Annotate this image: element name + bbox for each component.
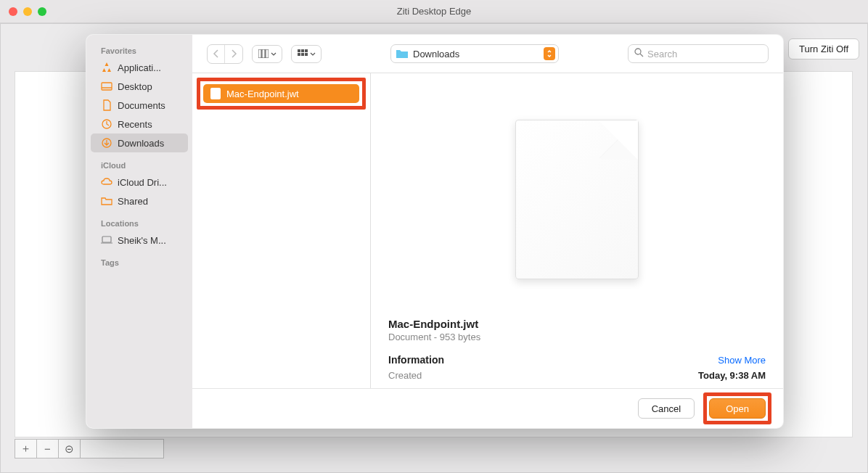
preview-file-name: Mac-Endpoint.jwt bbox=[388, 318, 766, 330]
file-icon bbox=[210, 88, 221, 99]
path-dropdown[interactable]: Downloads bbox=[390, 44, 559, 63]
locations-header: Locations bbox=[91, 215, 188, 231]
group-mode-button[interactable] bbox=[291, 45, 322, 63]
preview-panel: Mac-Endpoint.jwt Document - 953 bytes In… bbox=[371, 73, 783, 388]
dropdown-stepper-icon bbox=[544, 47, 555, 60]
sidebar-label: Sheik's M... bbox=[118, 235, 166, 246]
toolbar: Downloads bbox=[192, 35, 783, 73]
sidebar-locations: Locations Sheik's M... bbox=[86, 215, 192, 250]
desktop-icon bbox=[101, 81, 112, 92]
applications-icon bbox=[101, 62, 112, 73]
annotation-highlight-open: Open bbox=[703, 392, 771, 424]
svg-rect-6 bbox=[258, 49, 261, 58]
sidebar-label: Desktop bbox=[118, 81, 152, 92]
favorites-header: Favorites bbox=[91, 42, 188, 58]
file-open-dialog: Favorites Applicati... Desktop Documents bbox=[86, 34, 784, 429]
dialog-main: Downloads Mac-Endpoint.jwt bbox=[192, 35, 783, 428]
nav-arrows bbox=[207, 44, 243, 64]
sidebar-item-desktop[interactable]: Desktop bbox=[91, 77, 188, 96]
created-label: Created bbox=[388, 370, 422, 381]
svg-rect-9 bbox=[298, 49, 300, 52]
options-button[interactable]: ⊝ bbox=[59, 440, 81, 458]
turn-ziti-off-button[interactable]: Turn Ziti Off bbox=[788, 38, 859, 59]
path-label: Downloads bbox=[413, 49, 539, 59]
dialog-footer: Cancel Open bbox=[192, 388, 783, 428]
sidebar-tags: Tags bbox=[86, 254, 192, 270]
cloud-icon bbox=[101, 176, 112, 188]
file-columns: Mac-Endpoint.jwt Mac-Endpoint.jwt Docume… bbox=[192, 73, 783, 388]
info-row-created: Created Today, 9:38 AM bbox=[388, 370, 766, 388]
clock-icon bbox=[101, 118, 112, 130]
window-title: Ziti Desktop Edge bbox=[0, 6, 868, 17]
preview-icon-wrap bbox=[388, 88, 766, 310]
sidebar-label: Applicati... bbox=[118, 62, 161, 73]
svg-rect-11 bbox=[305, 49, 308, 52]
maximize-window-button[interactable] bbox=[38, 7, 46, 16]
sidebar-item-recents[interactable]: Recents bbox=[91, 115, 188, 133]
file-name-label: Mac-Endpoint.jwt bbox=[226, 89, 299, 99]
view-mode-button[interactable] bbox=[252, 45, 282, 63]
sidebar-label: Recents bbox=[118, 119, 152, 130]
sidebar-item-shared[interactable]: Shared bbox=[91, 192, 188, 210]
document-icon bbox=[101, 99, 112, 111]
info-title: Information bbox=[388, 354, 444, 366]
chevron-down-icon bbox=[310, 52, 316, 56]
file-item[interactable]: Mac-Endpoint.jwt bbox=[203, 84, 359, 103]
forward-button[interactable] bbox=[225, 45, 242, 63]
svg-rect-14 bbox=[305, 53, 308, 56]
svg-line-16 bbox=[640, 54, 643, 57]
sidebar-item-documents[interactable]: Documents bbox=[91, 96, 188, 115]
laptop-icon bbox=[101, 234, 112, 246]
close-window-button[interactable] bbox=[9, 7, 17, 16]
download-icon bbox=[101, 137, 112, 149]
info-header: Information Show More bbox=[388, 354, 766, 366]
sidebar-item-downloads[interactable]: Downloads bbox=[91, 133, 188, 152]
search-icon bbox=[634, 48, 644, 59]
sidebar-item-computer[interactable]: Sheik's M... bbox=[91, 231, 188, 250]
remove-button[interactable]: − bbox=[37, 440, 59, 458]
back-button[interactable] bbox=[208, 45, 225, 63]
list-footer: ＋ − ⊝ bbox=[15, 439, 164, 458]
sidebar-label: Downloads bbox=[118, 138, 164, 149]
svg-rect-8 bbox=[266, 49, 269, 58]
folder-icon bbox=[396, 49, 409, 59]
icloud-header: iCloud bbox=[91, 157, 188, 173]
show-more-link[interactable]: Show More bbox=[718, 355, 766, 366]
titlebar: Ziti Desktop Edge bbox=[0, 0, 868, 23]
svg-rect-0 bbox=[102, 83, 112, 90]
open-button[interactable]: Open bbox=[709, 398, 766, 419]
created-value: Today, 9:38 AM bbox=[698, 370, 766, 381]
svg-point-15 bbox=[635, 49, 641, 54]
svg-rect-10 bbox=[301, 49, 304, 52]
preview-file-meta: Document - 953 bytes bbox=[388, 332, 766, 342]
svg-rect-13 bbox=[301, 53, 304, 56]
sidebar-favorites: Favorites Applicati... Desktop Documents bbox=[86, 42, 192, 152]
search-box[interactable] bbox=[628, 44, 769, 63]
tags-header: Tags bbox=[91, 254, 188, 270]
chevron-down-icon bbox=[271, 52, 277, 56]
svg-rect-12 bbox=[298, 53, 300, 56]
sidebar-item-applications[interactable]: Applicati... bbox=[91, 58, 188, 77]
sidebar-label: iCloud Dri... bbox=[118, 177, 167, 188]
svg-rect-4 bbox=[102, 236, 111, 242]
add-button[interactable]: ＋ bbox=[15, 440, 37, 458]
sidebar-label: Documents bbox=[118, 100, 165, 111]
search-input[interactable] bbox=[647, 49, 762, 59]
sidebar-icloud: iCloud iCloud Dri... Shared bbox=[86, 157, 192, 210]
sidebar: Favorites Applicati... Desktop Documents bbox=[86, 35, 192, 428]
svg-rect-7 bbox=[262, 49, 265, 58]
sidebar-item-icloud-drive[interactable]: iCloud Dri... bbox=[91, 173, 188, 192]
shared-folder-icon bbox=[101, 195, 112, 207]
document-preview-icon bbox=[515, 120, 639, 279]
cancel-button[interactable]: Cancel bbox=[638, 398, 695, 419]
file-list: Mac-Endpoint.jwt bbox=[192, 73, 371, 388]
annotation-highlight: Mac-Endpoint.jwt bbox=[197, 78, 366, 110]
sidebar-label: Shared bbox=[118, 196, 148, 207]
traffic-lights bbox=[9, 7, 46, 16]
minimize-window-button[interactable] bbox=[23, 7, 32, 16]
